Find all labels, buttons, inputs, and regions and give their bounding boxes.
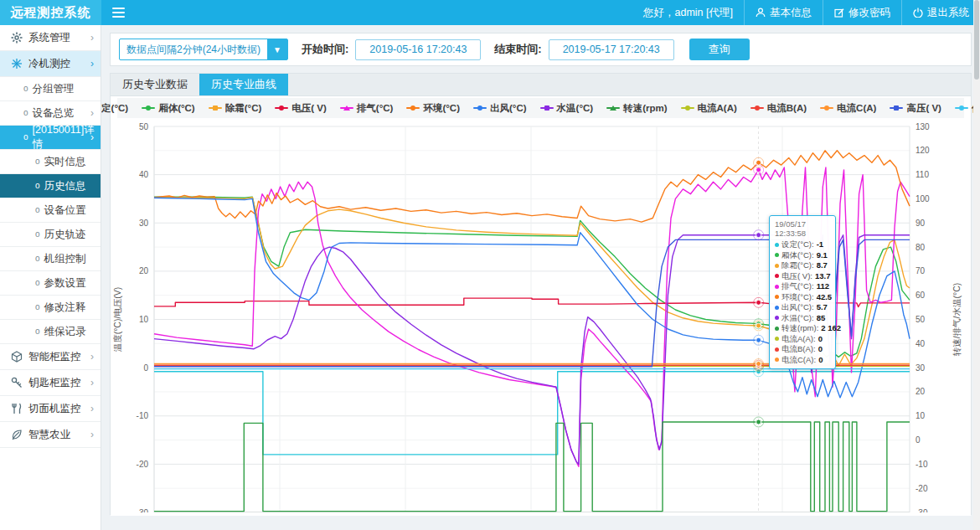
- legend-item[interactable]: 水温(°C): [540, 102, 594, 115]
- svg-text:温度(°C)/电压(V): 温度(°C)/电压(V): [112, 287, 122, 352]
- bullet-icon: o: [23, 85, 28, 93]
- sidebar-item-smart-cabinet[interactable]: 智能柜监控 ›: [0, 344, 101, 370]
- bullet-icon: o: [35, 255, 40, 263]
- sidebar-item-maintenance-records[interactable]: o 维保记录: [0, 320, 101, 344]
- svg-text:20: 20: [139, 266, 149, 275]
- top-bar: 远程测控系统 您好，admin [代理] 基本信息 修改密码 退出系统: [0, 0, 980, 25]
- logout-button[interactable]: 退出系统: [901, 0, 980, 25]
- legend-label: 环境(°C): [423, 102, 460, 115]
- tab-bar: 历史专业数据 历史专业曲线: [111, 74, 971, 96]
- sidebar-item-history-info[interactable]: o 历史信息: [0, 174, 101, 198]
- legend-marker-icon: [340, 105, 353, 111]
- legend-label: 转速(rpm): [623, 102, 667, 115]
- chevron-right-icon: ›: [90, 377, 94, 388]
- sidebar-item-unit-control[interactable]: o 机组控制: [0, 247, 101, 271]
- bullet-icon: o: [23, 109, 28, 117]
- sidebar-item-parameter-settings[interactable]: o 参数设置: [0, 271, 101, 296]
- chevron-right-icon: ›: [90, 351, 94, 363]
- sidebar-item-history-track[interactable]: o 历史轨迹: [0, 223, 101, 247]
- legend-item[interactable]: 电流A(A): [681, 102, 737, 115]
- legend-marker-icon: [890, 105, 903, 111]
- user-icon: [756, 8, 766, 18]
- bullet-icon: o: [35, 206, 40, 214]
- sidebar-item-system-management[interactable]: 系统管理 ›: [0, 25, 101, 51]
- chevron-right-icon: ›: [90, 429, 94, 440]
- svg-text:120: 120: [916, 146, 930, 155]
- legend-item[interactable]: 高压( V): [890, 102, 941, 115]
- legend-item[interactable]: 电压( V): [275, 102, 327, 115]
- svg-text:130: 130: [916, 122, 930, 131]
- legend-label: 除霜(°C): [225, 102, 262, 115]
- svg-text:-30: -30: [916, 508, 928, 513]
- legend-label: 电流C(A): [837, 102, 876, 115]
- legend-item[interactable]: 排气(°C): [340, 102, 394, 115]
- legend-marker-icon: [955, 105, 968, 111]
- legend-label: 电流A(A): [698, 102, 737, 115]
- legend-item[interactable]: 转速(rpm): [606, 102, 667, 115]
- legend-item[interactable]: 电流B(A): [750, 102, 807, 115]
- legend-label: 电压( V): [291, 102, 327, 115]
- hamburger-menu-icon[interactable]: [101, 0, 135, 25]
- bullet-icon: o: [35, 303, 40, 311]
- sidebar-item-device-detail[interactable]: o [20150011]详情 ›: [0, 126, 101, 150]
- filter-bar: 数据点间隔2分钟(24小时数据) ▼ 开始时间: 结束时间: 查询: [110, 33, 972, 66]
- svg-text:转速/排气/水温(°C): 转速/排气/水温(°C): [952, 283, 962, 357]
- query-button[interactable]: 查询: [689, 39, 750, 60]
- user-greeting: 您好，admin [代理]: [632, 0, 744, 25]
- svg-text:0: 0: [916, 435, 921, 445]
- svg-text:-30: -30: [137, 508, 149, 513]
- legend-label: 水温(°C): [557, 102, 594, 115]
- leaf-icon: [10, 429, 23, 441]
- svg-text:110: 110: [916, 170, 929, 179]
- legend-item[interactable]: 电流C(A): [820, 102, 876, 115]
- bullet-icon: o: [35, 327, 40, 336]
- chart-legend: 设定(°C)厢体(°C)除霜(°C)电压( V)排气(°C)环境(°C)出风(°…: [117, 98, 964, 118]
- svg-text:90: 90: [916, 219, 926, 228]
- bullet-icon: o: [35, 230, 40, 239]
- svg-text:-10: -10: [916, 460, 928, 469]
- scrollbar-thumb[interactable]: [974, 0, 979, 80]
- change-password-button[interactable]: 修改密码: [823, 0, 901, 25]
- basic-info-button[interactable]: 基本信息: [744, 0, 823, 25]
- svg-text:100: 100: [916, 194, 930, 203]
- legend-item[interactable]: 出风(°C): [473, 102, 527, 115]
- sidebar-item-chiller-monitoring[interactable]: 冷机测控 ›: [0, 51, 101, 77]
- tab-history-curve[interactable]: 历史专业曲线: [199, 74, 288, 95]
- svg-text:30: 30: [916, 363, 926, 373]
- svg-text:10: 10: [139, 315, 149, 324]
- svg-text:30: 30: [139, 219, 149, 228]
- interval-select[interactable]: 数据点间隔2分钟(24小时数据) ▼: [119, 39, 288, 60]
- chevron-right-icon: ›: [90, 58, 94, 69]
- power-icon: [913, 8, 923, 18]
- legend-marker-icon: [750, 105, 764, 111]
- legend-item[interactable]: 厢体(°C): [142, 102, 195, 115]
- chevron-right-icon: ›: [90, 32, 94, 44]
- bullet-icon: o: [35, 157, 40, 166]
- svg-text:80: 80: [916, 243, 926, 252]
- key-icon: [10, 377, 23, 389]
- sidebar-item-key-cabinet[interactable]: 钥匙柜监控 ›: [0, 370, 101, 396]
- start-time-input[interactable]: [355, 39, 481, 60]
- end-time-input[interactable]: [549, 39, 674, 60]
- legend-label: 排气(°C): [357, 102, 394, 115]
- sidebar-item-slicer-monitoring[interactable]: 切面机监控 ›: [0, 396, 101, 422]
- bullet-icon: o: [35, 182, 40, 190]
- chevron-right-icon: ›: [90, 131, 94, 143]
- page-scrollbar[interactable]: [973, 0, 980, 530]
- gear-icon: [10, 32, 23, 44]
- sidebar-item-device-location[interactable]: o 设备位置: [0, 198, 101, 223]
- line-chart-canvas[interactable]: 19/05/16 17:22:0619/05/16 21:26:0719/05/…: [111, 118, 972, 512]
- sidebar-item-realtime-info[interactable]: o 实时信息: [0, 150, 101, 174]
- legend-item[interactable]: 除霜(°C): [209, 102, 262, 115]
- bullet-icon: o: [35, 279, 40, 287]
- legend-item[interactable]: 环境(°C): [406, 102, 460, 115]
- sidebar-item-edit-remarks[interactable]: o 修改注释: [0, 296, 101, 320]
- edit-icon: [834, 8, 844, 18]
- sidebar-item-smart-agriculture[interactable]: 智慧农业 ›: [0, 422, 101, 448]
- sidebar-item-device-overview[interactable]: o 设备总览 ›: [0, 101, 101, 126]
- fork-knife-icon: [10, 403, 23, 415]
- legend-marker-icon: [681, 105, 694, 111]
- tab-history-data[interactable]: 历史专业数据: [111, 74, 199, 95]
- sidebar-item-group-management[interactable]: o 分组管理: [0, 77, 101, 101]
- legend-marker-icon: [473, 105, 487, 111]
